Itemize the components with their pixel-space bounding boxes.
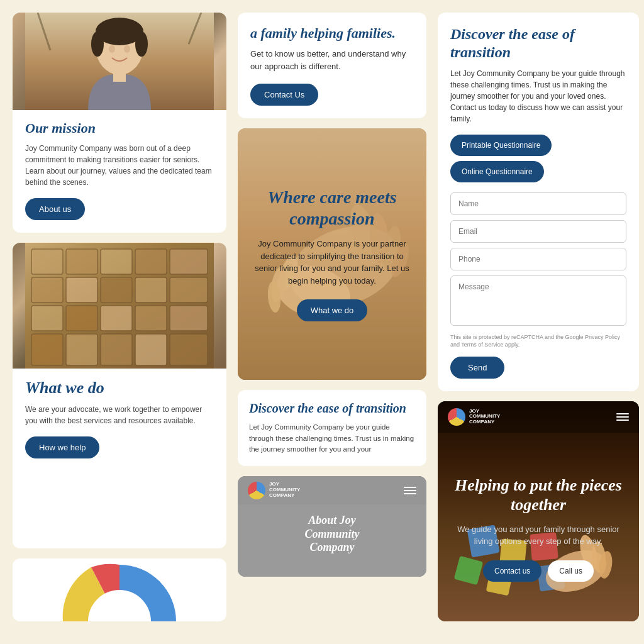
care-overlay: Where care meets compassion Joy Communit… <box>238 128 426 380</box>
message-input[interactable] <box>450 275 626 326</box>
form-description: Let Joy Community Company be your guide … <box>450 68 626 125</box>
puzzle-image <box>13 243 226 369</box>
form-title: Discover the ease of transition <box>450 25 626 62</box>
svg-rect-21 <box>135 277 167 303</box>
pieces-hamburger-icon[interactable] <box>616 413 629 421</box>
family-card: a family helping families. Get to know u… <box>238 13 426 118</box>
chart-image <box>57 558 182 621</box>
form-disclaimer: This site is protected by reCAPTCHA and … <box>450 333 626 349</box>
contact-us-button[interactable]: Contact Us <box>250 84 318 106</box>
pieces-logo-text: JOY COMMUNITY COMPANY <box>469 409 500 425</box>
column-1: Our mission Joy Community Company was bo… <box>13 13 226 621</box>
what-we-do-text: We are your advocate, we work together t… <box>25 404 214 426</box>
pieces-together-card: JOY COMMUNITY COMPANY Helping to put the… <box>438 401 639 621</box>
email-input[interactable] <box>450 220 626 243</box>
pieces-text: We guide you and your family through sen… <box>450 523 626 548</box>
hamburger-menu-icon[interactable] <box>404 487 416 494</box>
svg-rect-31 <box>135 334 167 365</box>
family-text: Get to know us better, and understand wh… <box>250 48 414 72</box>
questionnaire-buttons: Printable Questionnaire Online Questionn… <box>450 135 626 182</box>
column-3: Discover the ease of transition Let Joy … <box>438 13 639 621</box>
svg-rect-22 <box>170 277 208 303</box>
svg-rect-19 <box>66 277 97 303</box>
svg-rect-25 <box>101 306 132 331</box>
family-subtitle: a family helping families. <box>250 25 414 42</box>
pieces-logo-icon <box>448 408 465 426</box>
column-2: a family helping families. Get to know u… <box>238 13 426 621</box>
care-title: Where care meets compassion <box>250 187 414 229</box>
app-mockup-header: JOY COMMUNITY COMPANY <box>238 476 426 504</box>
svg-rect-26 <box>135 306 167 331</box>
care-text: Joy Community Company is your partner de… <box>250 238 414 287</box>
pieces-logo: JOY COMMUNITY COMPANY <box>448 408 500 426</box>
hamburger-line-2 <box>404 490 416 491</box>
svg-rect-32 <box>170 334 208 365</box>
app-mockup-content: About Joy Community Company <box>238 508 426 561</box>
svg-rect-13 <box>31 249 63 274</box>
svg-rect-20 <box>101 277 132 303</box>
svg-point-6 <box>109 45 115 53</box>
what-we-do-card: What we do We are your advocate, we work… <box>13 243 226 548</box>
chart-card <box>13 558 226 621</box>
discover-transition-card: Discover the ease of transition Let Joy … <box>238 390 426 466</box>
hamburger-line-3 <box>404 493 416 494</box>
logo-circle-icon <box>248 482 265 499</box>
mission-title: Our mission <box>25 120 214 136</box>
pieces-header: JOY COMMUNITY COMPANY <box>438 401 639 433</box>
pieces-content: Helping to put the pieces together We gu… <box>438 436 639 621</box>
hamburger-line-1 <box>616 413 629 414</box>
pieces-contact-button[interactable]: Contact us <box>483 560 541 582</box>
discover-transition-title: Discover the ease of transition <box>249 401 415 416</box>
pieces-buttons: Contact us Call us <box>483 560 594 582</box>
app-mockup-card: JOY COMMUNITY COMPANY About Joy Communit… <box>238 476 426 577</box>
mission-content: Our mission Joy Community Company was bo… <box>13 110 226 233</box>
svg-rect-23 <box>31 306 63 331</box>
name-input[interactable] <box>450 192 626 215</box>
svg-rect-29 <box>66 334 97 365</box>
printable-questionnaire-button[interactable]: Printable Questionnaire <box>450 135 552 156</box>
discover-transition-text: Let Joy Community Company be your guide … <box>249 422 415 455</box>
what-we-do-content: What we do We are your advocate, we work… <box>13 369 226 471</box>
hamburger-line-3 <box>616 419 629 421</box>
what-we-do-button[interactable]: What we do <box>297 299 368 321</box>
svg-rect-27 <box>170 306 208 331</box>
svg-rect-8 <box>113 72 126 82</box>
care-card: Where care meets compassion Joy Communit… <box>238 128 426 380</box>
phone-input[interactable] <box>450 248 626 270</box>
profile-photo <box>13 13 226 110</box>
app-title: About Joy Community Company <box>244 514 420 555</box>
svg-rect-15 <box>101 249 132 274</box>
hamburger-line-2 <box>616 416 629 418</box>
what-we-do-title: What we do <box>25 379 214 397</box>
svg-rect-28 <box>31 334 63 365</box>
svg-point-5 <box>135 31 148 57</box>
svg-rect-16 <box>135 249 167 274</box>
puzzle-photo <box>13 243 226 369</box>
profile-image <box>13 13 226 110</box>
pieces-title: Helping to put the pieces together <box>450 475 626 514</box>
pieces-call-button[interactable]: Call us <box>548 560 594 582</box>
svg-point-7 <box>124 45 130 53</box>
logo-text: JOY COMMUNITY COMPANY <box>269 482 300 498</box>
app-logo: JOY COMMUNITY COMPANY <box>248 482 300 499</box>
svg-rect-24 <box>66 306 97 331</box>
send-button[interactable]: Send <box>450 357 504 379</box>
contact-form-card: Discover the ease of transition Let Joy … <box>438 13 639 391</box>
how-we-help-button[interactable]: How we help <box>25 436 99 458</box>
hamburger-line-1 <box>404 487 416 488</box>
svg-rect-18 <box>31 277 63 303</box>
svg-point-4 <box>91 31 104 57</box>
svg-rect-17 <box>170 249 208 274</box>
mission-text: Joy Community Company was born out of a … <box>25 143 214 188</box>
mission-card: Our mission Joy Community Company was bo… <box>13 13 226 233</box>
svg-rect-14 <box>66 249 97 274</box>
about-us-button[interactable]: About us <box>25 198 85 220</box>
online-questionnaire-button[interactable]: Online Questionnaire <box>450 161 544 182</box>
svg-rect-30 <box>101 334 132 365</box>
